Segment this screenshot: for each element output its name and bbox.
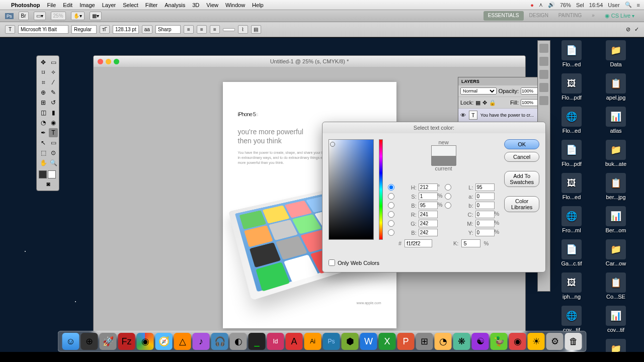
marquee-tool[interactable]: ▭: [49, 58, 58, 67]
arrange-icon[interactable]: ▦▾: [90, 12, 102, 20]
desktop-file[interactable]: 📄Flo...pdf: [551, 140, 592, 167]
volume-icon[interactable]: 🔊: [548, 2, 555, 8]
bridge-icon[interactable]: Br: [19, 12, 29, 20]
lasso-tool[interactable]: ⌑: [39, 68, 48, 77]
antialias-field[interactable]: Sharp: [155, 25, 181, 34]
word-icon[interactable]: W: [360, 333, 377, 350]
ok-button[interactable]: OK: [504, 139, 539, 149]
panel-icon[interactable]: [539, 44, 548, 53]
crop-tool[interactable]: ⌗: [39, 78, 48, 87]
trash-icon[interactable]: 🗑: [565, 333, 582, 350]
desktop-file[interactable]: 📁buk...ate: [595, 140, 636, 167]
lock-position-icon[interactable]: ✥: [482, 100, 487, 106]
tool-preset-icon[interactable]: T: [5, 25, 15, 34]
desktop-file[interactable]: 📊cov...tif: [595, 306, 636, 333]
wifi-icon[interactable]: ⋏: [539, 2, 543, 8]
bb-field[interactable]: [419, 229, 438, 236]
indesign-icon[interactable]: Id: [267, 333, 284, 350]
launchpad-icon[interactable]: 🚀: [100, 333, 117, 350]
m-field[interactable]: [475, 220, 495, 227]
eraser-tool[interactable]: ◫: [39, 108, 48, 117]
hand-icon[interactable]: ✋▾: [71, 12, 85, 20]
type-tool[interactable]: T: [49, 128, 58, 137]
color-libraries-button[interactable]: Color Libraries: [504, 196, 539, 212]
desktop-file[interactable]: 🌐Flo...ed: [551, 107, 592, 134]
user-menu[interactable]: User: [608, 2, 619, 8]
app-icon[interactable]: ⊞: [416, 333, 433, 350]
filezilla-icon[interactable]: Fz: [118, 333, 135, 350]
desktop-file[interactable]: 🖼Flo...pdf: [551, 73, 592, 101]
fg-color-swatch[interactable]: [39, 170, 47, 178]
bv-field[interactable]: [419, 202, 438, 209]
r-field[interactable]: [419, 211, 438, 218]
menu-extra-icon[interactable]: ≡: [637, 2, 640, 8]
s-radio[interactable]: [388, 193, 394, 200]
zoom-window-icon[interactable]: [114, 59, 119, 64]
y-field[interactable]: [475, 229, 495, 236]
app-icon[interactable]: ☯: [472, 333, 489, 350]
bg-color-swatch[interactable]: [48, 170, 56, 178]
menu-select[interactable]: Select: [123, 2, 138, 8]
menu-filter[interactable]: Filter: [145, 2, 157, 8]
font-size-field[interactable]: 128.13 pt: [113, 25, 139, 34]
lock-all-icon[interactable]: 🔒: [489, 100, 496, 106]
layers-panel-title[interactable]: LAYERS: [458, 77, 543, 85]
desktop-file[interactable]: 📄Ga...c.tif: [551, 239, 592, 266]
k-field[interactable]: [461, 239, 480, 247]
hand-tool[interactable]: ✋: [39, 158, 48, 167]
l-radio[interactable]: [445, 184, 451, 191]
workspace-more[interactable]: »: [587, 11, 599, 21]
current-color-swatch[interactable]: [432, 156, 456, 166]
dodge-tool[interactable]: ◉: [49, 118, 58, 127]
l-field[interactable]: [475, 184, 495, 191]
h-radio[interactable]: [388, 184, 394, 191]
finder-icon[interactable]: ☺: [62, 333, 79, 350]
menu-edit[interactable]: Edit: [63, 2, 72, 8]
dashboard-icon[interactable]: ⊕: [81, 333, 98, 350]
dialog-title[interactable]: Select text color:: [323, 122, 545, 133]
r-radio[interactable]: [388, 211, 394, 218]
cancel-button[interactable]: Cancel: [504, 152, 539, 162]
menu-file[interactable]: File: [47, 2, 56, 8]
zoom-tool[interactable]: 🔍: [49, 158, 58, 167]
desktop-file[interactable]: 📄Flo...ed: [551, 40, 592, 67]
menu-window[interactable]: Window: [225, 2, 245, 8]
app-icon[interactable]: ❋: [453, 333, 470, 350]
quickmask-icon[interactable]: ◙: [39, 179, 58, 189]
app-icon[interactable]: ◔: [435, 333, 452, 350]
audio-icon[interactable]: 🎧: [211, 333, 228, 350]
close-icon[interactable]: [98, 59, 103, 64]
h-field[interactable]: [419, 184, 438, 191]
zoom-field[interactable]: 25%: [51, 12, 66, 20]
warp-text-icon[interactable]: ⌇: [238, 25, 248, 34]
document-titlebar[interactable]: Untitled-1 @ 25% (s, CMYK/8) *: [94, 56, 525, 67]
camera-tool[interactable]: ⊙: [49, 148, 58, 157]
desktop-file[interactable]: 📁Car...ow: [595, 239, 636, 266]
cancel-edit-icon[interactable]: ⊘: [626, 26, 630, 33]
add-swatches-button[interactable]: Add To Swatches: [504, 171, 539, 187]
b-field[interactable]: [475, 202, 495, 209]
app-icon[interactable]: ◉: [509, 333, 526, 350]
eyedropper-tool[interactable]: ⁄: [49, 78, 58, 87]
desktop-file[interactable]: 📋Co...SE: [595, 273, 636, 300]
desktop-file[interactable]: 📊atlas: [595, 107, 636, 134]
vlc-icon[interactable]: △: [174, 333, 191, 350]
app-icon[interactable]: ⚙: [546, 333, 564, 350]
move-tool[interactable]: ✥: [39, 58, 48, 67]
align-left-icon[interactable]: ≡: [184, 25, 194, 34]
mb-icon[interactable]: ▭▾: [34, 12, 46, 20]
heal-tool[interactable]: ⊕: [39, 88, 48, 97]
s-field[interactable]: [419, 193, 438, 200]
char-panel-icon[interactable]: ▤: [251, 25, 261, 34]
layer-row[interactable]: 👁 T You have the power to cr...: [458, 109, 543, 122]
text-color-swatch[interactable]: [223, 28, 235, 31]
path-tool[interactable]: ↖: [39, 138, 48, 147]
menu-analysis[interactable]: Analysis: [165, 2, 185, 8]
spotlight-icon[interactable]: 🔍: [625, 2, 632, 8]
excel-icon[interactable]: X: [379, 333, 396, 350]
font-family-field[interactable]: Microsoft Yi Bait: [18, 25, 68, 34]
desktop-file[interactable]: 📊Ber...om: [595, 206, 636, 233]
desktop-file[interactable]: 📁Data: [595, 40, 636, 67]
3d-tool[interactable]: ⬚: [39, 148, 48, 157]
a-radio[interactable]: [445, 193, 451, 200]
